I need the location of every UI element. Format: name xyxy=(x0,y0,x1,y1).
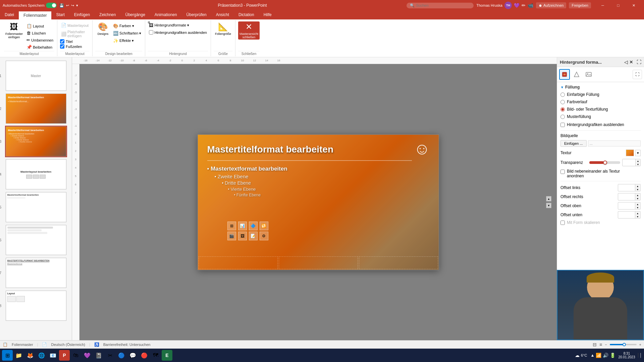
beibehalten-btn[interactable]: 📌 Beibehalten xyxy=(25,44,54,50)
rp-back-icon[interactable]: ◁ xyxy=(624,59,628,65)
tab-hilfe[interactable]: Hilfe xyxy=(259,11,276,19)
loeschen-btn[interactable]: 🗑 Löschen xyxy=(25,30,54,36)
avatar[interactable]: TH xyxy=(504,2,512,9)
offset-links-input[interactable]: 0% xyxy=(618,185,635,190)
offset-rechts-input[interactable]: 0% xyxy=(618,194,635,199)
textur-dropdown-btn[interactable]: ▾ xyxy=(635,150,641,156)
taskbar-explorer-icon[interactable]: 📁 xyxy=(13,350,24,361)
bild-nebeneinander-row[interactable]: Bild nebeneinander als Textur anordnen xyxy=(560,169,641,178)
taskbar-sys-tray[interactable]: ▲ xyxy=(591,353,595,358)
undo-icon[interactable]: ↩ xyxy=(66,3,69,8)
check-hintergrundgrafiken[interactable] xyxy=(560,123,565,127)
farben-btn[interactable]: 🎨 Farben ▾ xyxy=(112,23,142,29)
folienmaster-einfuegen-btn[interactable]: 🖼 Folienmastereinfügen xyxy=(4,21,24,40)
radio-einfarbig[interactable] xyxy=(560,93,565,97)
ph-chart-icon[interactable]: 📊 xyxy=(238,222,247,230)
section-fuellung-header[interactable]: ▼ Füllung xyxy=(560,85,641,89)
check-mit-form-skalieren[interactable] xyxy=(560,221,565,225)
taskbar-onenote-icon[interactable]: 📓 xyxy=(93,350,104,361)
transparenz-down-btn[interactable]: ▼ xyxy=(636,163,640,166)
more-tools-icon[interactable]: ▾ xyxy=(76,3,78,8)
hintergrundformate-btn[interactable]: 🖼 Hintergrundformate ▾ xyxy=(148,22,208,28)
radio-musterfuellung[interactable] xyxy=(560,115,565,119)
maximize-btn[interactable]: □ xyxy=(610,0,626,11)
hintergrundgrafiken-btn[interactable]: Hintergrundgrafiken ausblenden xyxy=(148,29,208,35)
platzhalter-einfuegen-btn[interactable]: ⬜ Platzhaltereinfügen xyxy=(60,29,86,39)
titel-checkbox[interactable]: Titel xyxy=(60,39,72,44)
slide-thumb-2[interactable]: 2 Mastertitelformat bearbeiten • Mastert… xyxy=(5,93,67,124)
taskbar-volume-icon[interactable]: 🔊 xyxy=(603,353,608,358)
scroll-down-btn[interactable]: ▼ xyxy=(546,203,551,208)
start-btn[interactable]: ⊞ xyxy=(2,350,13,361)
layout-btn[interactable]: 📋 Layout xyxy=(25,23,54,29)
offset-links-up[interactable]: ▲ xyxy=(635,184,640,188)
record-btn[interactable]: ⏺ Aufzeichnen xyxy=(536,2,567,8)
minimize-btn[interactable]: ─ xyxy=(595,0,610,11)
designs-btn[interactable]: 🎨 Designs xyxy=(95,21,111,36)
radio-bild-textur[interactable] xyxy=(560,107,565,112)
effekte-btn[interactable]: ✨ Effekte ▾ xyxy=(112,38,142,44)
transparenz-thumb[interactable] xyxy=(603,161,607,165)
offset-unten-down[interactable]: ▼ xyxy=(635,215,640,218)
textur-swatch[interactable] xyxy=(626,149,634,156)
taskbar-datetime[interactable]: 8:31 20.01.2023 xyxy=(617,352,636,359)
zoom-in-btn[interactable]: + xyxy=(639,343,641,347)
close-btn[interactable]: ✕ xyxy=(626,0,641,11)
offset-rechts-up[interactable]: ▲ xyxy=(635,193,640,197)
taskbar-viber-icon[interactable]: 🔵 xyxy=(116,350,127,361)
transparenz-input[interactable]: 47% xyxy=(623,160,635,165)
zoom-slider[interactable] xyxy=(610,344,637,345)
ph-settings-icon[interactable]: ⚙ xyxy=(260,232,268,240)
redo-icon[interactable]: ↪ xyxy=(71,3,74,8)
present-icon[interactable]: 📹 xyxy=(528,3,533,8)
slide-thumb-4[interactable]: 4 Masterlayout bearbeiten xyxy=(5,159,67,190)
taskbar-weather[interactable]: ☁ 6°C xyxy=(573,353,589,358)
taskbar-outlook-icon[interactable]: 📧 xyxy=(48,350,58,361)
slide-thumb-7[interactable]: 7 MASTERTITELFORMAT BEARBEITEN Mastertex… xyxy=(5,257,67,289)
autosave-toggle[interactable] xyxy=(46,3,57,8)
schriftarten-btn[interactable]: 🔤 Schriftarten ▾ xyxy=(112,30,142,37)
taskbar-skype-icon[interactable]: 💬 xyxy=(127,350,138,361)
ph-smartart-icon[interactable]: 🔷 xyxy=(249,222,258,230)
hintergrund-dialog-btn[interactable]: ⧉ xyxy=(148,21,150,24)
tab-folienmaster[interactable]: Folienmaster xyxy=(19,11,51,19)
tab-ueberpruefen[interactable]: Überprüfen xyxy=(182,11,211,19)
rp-tab-image[interactable] xyxy=(583,69,594,80)
offset-rechts-down[interactable]: ▼ xyxy=(635,197,640,200)
save-icon[interactable]: 💾 xyxy=(59,3,64,8)
offset-oben-up[interactable]: ▲ xyxy=(635,202,640,206)
check-bild-nebeneinander[interactable] xyxy=(560,170,565,174)
share-btn[interactable]: Freigeben xyxy=(569,2,591,8)
offset-oben-down[interactable]: ▼ xyxy=(635,206,640,209)
taskbar-show-desktop[interactable]: │ xyxy=(638,353,642,358)
masterlayout-btn[interactable]: 📄 Masterlayout xyxy=(60,22,90,28)
rp-expand-icon[interactable]: ⛶ xyxy=(637,59,641,65)
view-normal-icon[interactable]: ⊟ xyxy=(593,342,597,347)
ph-media-icon[interactable]: 🔁 xyxy=(260,222,268,230)
ph-table-icon[interactable]: ⊞ xyxy=(227,222,236,230)
ph-picture-icon[interactable]: 🖼 xyxy=(238,232,247,240)
teams-icon[interactable]: 💜 xyxy=(514,3,520,8)
tab-uebergaenge[interactable]: Übergänge xyxy=(120,11,150,19)
taskbar-store-icon[interactable]: 🛍 xyxy=(70,350,81,361)
mit-form-skalieren-row[interactable]: Mit Form skalieren xyxy=(560,220,641,225)
taskbar-powerpoint-icon[interactable]: P xyxy=(59,350,70,361)
taskbar-wifi-icon[interactable]: 📶 xyxy=(596,353,601,358)
taskbar-map-icon[interactable]: 🗺 xyxy=(150,350,161,361)
offset-unten-up[interactable]: ▲ xyxy=(635,212,640,215)
taskbar-battery-icon[interactable]: 🔋 xyxy=(610,353,615,358)
tab-dictation[interactable]: Dictation xyxy=(234,11,259,19)
foliengroesse-btn[interactable]: 📐 Foliengröße xyxy=(214,21,232,36)
ph-text-icon[interactable]: 📝 xyxy=(249,232,258,240)
scroll-up-btn[interactable]: ▲ xyxy=(546,196,551,201)
option-musterfuellung[interactable]: Musterfüllung xyxy=(560,114,641,120)
option-hintergrundgrafiken[interactable]: Hintergrundgrafiken ausblenden xyxy=(560,122,641,128)
fusszeilen-check[interactable] xyxy=(60,44,64,49)
slide-thumb-3[interactable]: 3 Mastertitelformat bearbeiten • Mastert… xyxy=(5,126,67,157)
hintergrundgrafiken-check[interactable] xyxy=(149,30,153,35)
slide-thumb-8[interactable]: 8 Layout xyxy=(5,290,67,321)
tab-einfuegen[interactable]: Einfügen xyxy=(69,11,95,19)
slide-thumb-1[interactable]: 1 Master xyxy=(5,60,67,92)
tab-animationen[interactable]: Animationen xyxy=(150,11,182,19)
fusszeilen-checkbox[interactable]: Fußzeilen xyxy=(60,44,82,49)
